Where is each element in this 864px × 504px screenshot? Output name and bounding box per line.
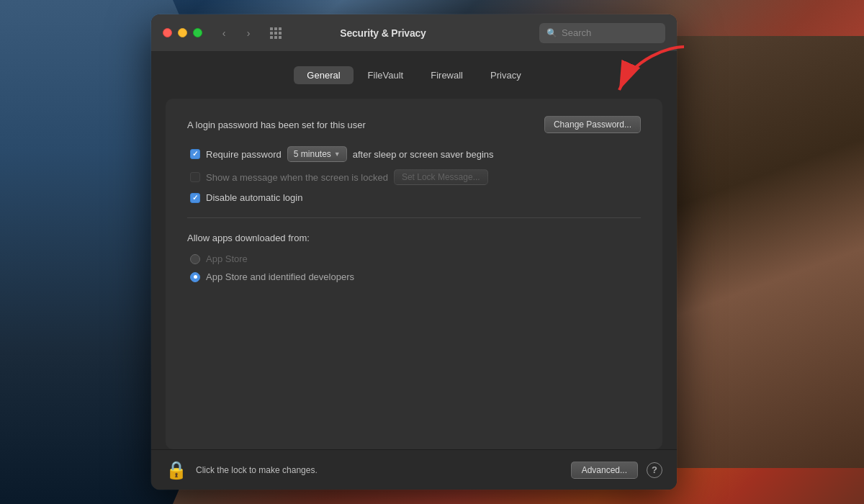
tab-filevault[interactable]: FileVault: [355, 66, 417, 84]
tab-general[interactable]: General: [294, 66, 353, 84]
show-message-row: Show a message when the screen is locked…: [187, 169, 641, 185]
login-password-section: A login password has been set for this u…: [187, 116, 641, 133]
show-message-checkbox[interactable]: [190, 172, 200, 182]
app-store-radio[interactable]: [190, 254, 200, 264]
disable-login-checkbox[interactable]: [190, 193, 200, 203]
maximize-button[interactable]: [193, 28, 202, 37]
show-message-label: Show a message when the screen is locked: [206, 172, 388, 183]
lock-text: Click the lock to make changes.: [196, 465, 562, 475]
login-password-text: A login password has been set for this u…: [187, 120, 533, 130]
search-placeholder: Search: [562, 27, 591, 38]
disable-login-label: Disable automatic login: [206, 192, 302, 203]
password-timeout-dropdown[interactable]: 5 minutes ▼: [287, 146, 347, 162]
app-store-identified-radio[interactable]: [190, 272, 200, 282]
general-panel: A login password has been set for this u…: [166, 99, 662, 449]
dropdown-arrow-icon: ▼: [334, 150, 341, 158]
footer: 🔒 Click the lock to make changes. Advanc…: [151, 449, 677, 490]
lock-icon[interactable]: 🔒: [166, 460, 187, 480]
security-privacy-window: ‹ › Security & Privacy 🔍 Search General …: [151, 14, 677, 490]
dropdown-value: 5 minutes: [294, 149, 331, 159]
require-password-checkbox[interactable]: [190, 149, 200, 159]
tab-privacy[interactable]: Privacy: [477, 66, 534, 84]
close-button[interactable]: [163, 28, 172, 37]
change-password-button[interactable]: Change Password...: [544, 116, 641, 133]
traffic-lights: [163, 28, 202, 37]
app-store-radio-row: App Store: [187, 253, 641, 264]
minimize-button[interactable]: [178, 28, 187, 37]
help-button[interactable]: ?: [647, 462, 662, 478]
tab-firewall[interactable]: Firewall: [418, 66, 476, 84]
allow-apps-title: Allow apps downloaded from:: [187, 233, 641, 243]
require-password-label: Require password: [206, 149, 282, 160]
titlebar: ‹ › Security & Privacy 🔍 Search: [151, 14, 677, 52]
require-password-row: Require password 5 minutes ▼ after sleep…: [187, 146, 641, 162]
search-bar[interactable]: 🔍 Search: [539, 23, 665, 43]
app-store-label: App Store: [206, 253, 248, 264]
disable-login-row: Disable automatic login: [187, 192, 641, 203]
search-icon: 🔍: [546, 28, 557, 38]
after-sleep-label: after sleep or screen saver begins: [353, 149, 494, 160]
content-area: General FileVault Firewall Privacy A log…: [151, 52, 677, 449]
tabs-row: General FileVault Firewall Privacy: [151, 66, 677, 84]
section-divider: [187, 217, 641, 218]
set-lock-message-button[interactable]: Set Lock Message...: [394, 169, 488, 185]
app-store-identified-radio-row: App Store and identified developers: [187, 271, 641, 282]
advanced-button[interactable]: Advanced...: [571, 462, 638, 479]
app-store-identified-label: App Store and identified developers: [206, 271, 354, 282]
back-button[interactable]: ‹: [214, 25, 234, 41]
window-title: Security & Privacy: [235, 27, 531, 39]
